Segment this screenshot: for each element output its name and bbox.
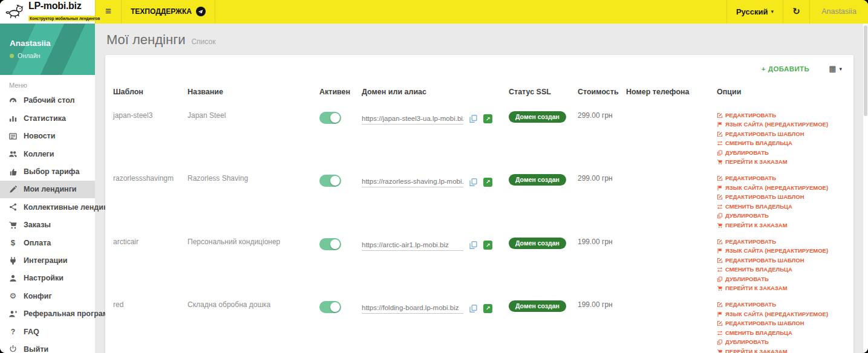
option-link[interactable]: РЕДАКТИРОВАТЬ	[717, 238, 840, 246]
copy-icon[interactable]	[469, 114, 478, 123]
sidebar-item-label: Заказы	[24, 221, 51, 229]
domain-input[interactable]	[362, 303, 463, 314]
option-link[interactable]: ДУБЛИРОВАТЬ	[717, 212, 840, 220]
sidebar-item[interactable]: FAQ	[0, 323, 95, 340]
option-link[interactable]: ЯЗЫК САЙТА (НЕРЕДАКТИРУЕМОЕ)	[717, 247, 840, 255]
sidebar-item[interactable]: Выбор тарифа	[0, 163, 95, 180]
option-link[interactable]: РЕДАКТИРОВАТЬ	[717, 111, 840, 120]
ssl-status-badge: Домен создан	[509, 174, 566, 186]
column-header-ssl: Статус SSL	[509, 88, 578, 96]
sidebar-item[interactable]: Выйти	[0, 340, 95, 353]
option-link-label: ДУБЛИРОВАТЬ	[725, 149, 769, 157]
option-link[interactable]: СМЕНИТЬ ВЛАДЕЛЬЦА	[717, 265, 840, 274]
user-plus-icon	[8, 309, 18, 319]
sidebar-item[interactable]: Оплата	[0, 234, 95, 251]
scrollbar-thumb[interactable]	[864, 25, 867, 116]
option-link[interactable]: ДУБЛИРОВАТЬ	[717, 338, 840, 346]
sidebar-item[interactable]: Заказы	[0, 216, 95, 234]
sidebar-item[interactable]: Настройки	[0, 270, 95, 287]
option-link[interactable]: РЕДАКТИРОВАТЬ ШАБЛОН	[717, 256, 840, 265]
add-button[interactable]: + ДОБАВИТЬ	[762, 65, 809, 73]
copy-icon[interactable]	[469, 178, 478, 187]
option-link[interactable]: СМЕНИТЬ ВЛАДЕЛЬЦА	[717, 329, 840, 337]
sidebar-item-label: Настройки	[24, 274, 64, 282]
external-link-icon[interactable]: ↗	[483, 114, 492, 123]
option-link[interactable]: ПЕРЕЙТИ К ЗАКАЗАМ	[717, 158, 840, 166]
sidebar-item[interactable]: Конфиг	[0, 287, 95, 305]
chevron-down-icon: ▾	[839, 66, 842, 72]
sidebar-item[interactable]: Новости	[0, 128, 95, 145]
external-link-icon[interactable]: ↗	[483, 304, 492, 313]
external-link-icon[interactable]: ↗	[483, 241, 492, 250]
option-link[interactable]: РЕДАКТИРОВАТЬ	[717, 174, 840, 183]
main-content: Мої лендінги Список + ДОБАВИТЬ ▦ ▾ Шабло…	[95, 24, 868, 353]
gears-icon	[8, 291, 18, 300]
logo[interactable]: LP-mobi.biz Конструктор мобильных лендин…	[0, 0, 95, 24]
page-subtitle: Список	[191, 37, 215, 46]
option-link[interactable]: ПЕРЕЙТИ К ЗАКАЗАМ	[717, 221, 840, 230]
options-cell: РЕДАКТИРОВАТЬ ЯЗЫК САЙТА (НЕРЕДАКТИРУЕМО…	[717, 238, 846, 293]
sidebar: Anastasiia Онлайн Меню Рабочий стол	[0, 24, 95, 353]
option-link[interactable]: СМЕНИТЬ ВЛАДЕЛЬЦА	[717, 139, 840, 147]
domain-cell: ↗	[362, 176, 509, 187]
copy-icon[interactable]	[469, 241, 478, 250]
sidebar-item[interactable]: Рабочий стол	[0, 92, 95, 109]
exchange-arrows-icon	[717, 204, 723, 210]
sidebar-item[interactable]: Реферальная программа	[0, 305, 95, 322]
edit-icon	[717, 239, 723, 245]
sidebar-item[interactable]: Мои лендинги	[0, 181, 95, 198]
column-header-active: Активен	[319, 88, 362, 96]
domain-input[interactable]	[362, 240, 463, 251]
option-link[interactable]: ДУБЛИРОВАТЬ	[717, 149, 840, 157]
domain-input[interactable]	[362, 114, 463, 125]
chevron-down-icon: ▾	[771, 8, 774, 15]
active-toggle[interactable]	[319, 175, 341, 187]
user-menu[interactable]: Anastasiia	[810, 0, 868, 24]
option-link-label: РЕДАКТИРОВАТЬ ШАБЛОН	[725, 256, 804, 265]
price-cell: 299.00 грн	[578, 111, 626, 120]
copy-icon	[717, 213, 723, 219]
sidebar-menu: Рабочий стол Статистика Новости	[0, 92, 95, 353]
option-link[interactable]: ДУБЛИРОВАТЬ	[717, 275, 840, 283]
sidebar-item[interactable]: Коллеги	[0, 145, 95, 163]
sidebar-item-label: Интеграции	[24, 256, 67, 265]
sidebar-item[interactable]: Интеграции	[0, 251, 95, 269]
hamburger-menu-icon[interactable]: ≡	[95, 0, 122, 24]
option-link[interactable]: ЯЗЫК САЙТА (НЕРЕДАКТИРУЕМОЕ)	[717, 184, 840, 192]
support-button[interactable]: ТЕХПОДДЕРЖКА	[122, 0, 215, 24]
copy-icon	[717, 339, 723, 345]
option-link[interactable]: ПЕРЕЙТИ К ЗАКАЗАМ	[717, 284, 840, 293]
column-header-template: Шаблон	[113, 88, 188, 96]
language-dropdown[interactable]: Русский ▾	[726, 0, 783, 24]
copy-icon[interactable]	[469, 304, 478, 313]
option-link-label: РЕДАКТИРОВАТЬ ШАБЛОН	[725, 130, 804, 138]
table-row: japan-steel3 Japan Steel ↗ Домен создан …	[113, 103, 846, 167]
option-link[interactable]: РЕДАКТИРОВАТЬ ШАБЛОН	[717, 319, 840, 328]
landings-card: + ДОБАВИТЬ ▦ ▾ Шаблон Название Активен Д…	[105, 55, 853, 353]
option-link[interactable]: ПЕРЕЙТИ К ЗАКАЗАМ	[717, 348, 840, 353]
option-link-label: РЕДАКТИРОВАТЬ	[725, 300, 776, 309]
option-link[interactable]: ЯЗЫК САЙТА (НЕРЕДАКТИРУЕМОЕ)	[717, 310, 840, 319]
ssl-status-badge: Домен создан	[509, 111, 566, 123]
active-toggle[interactable]	[319, 238, 341, 250]
option-link[interactable]: ЯЗЫК САЙТА (НЕРЕДАКТИРУЕМОЕ)	[717, 120, 840, 129]
option-link[interactable]: РЕДАКТИРОВАТЬ ШАБЛОН	[717, 130, 840, 138]
view-selector[interactable]: ▦ ▾	[829, 64, 842, 73]
domain-input[interactable]	[362, 176, 463, 187]
option-link[interactable]: РЕДАКТИРОВАТЬ	[717, 300, 840, 309]
external-link-icon[interactable]: ↗	[483, 178, 492, 187]
sidebar-item[interactable]: Статистика	[0, 109, 95, 127]
option-link-label: ДУБЛИРОВАТЬ	[725, 338, 769, 346]
active-toggle[interactable]	[319, 301, 341, 313]
refresh-button[interactable]: ↻	[783, 0, 810, 24]
active-toggle[interactable]	[319, 112, 341, 124]
pencil-icon	[8, 185, 18, 194]
option-link[interactable]: СМЕНИТЬ ВЛАДЕЛЬЦА	[717, 202, 840, 211]
option-link[interactable]: РЕДАКТИРОВАТЬ ШАБЛОН	[717, 193, 840, 201]
toggle-knob	[330, 239, 340, 249]
scrollbar[interactable]	[863, 24, 868, 353]
table-header-row: Шаблон Название Активен Домен или алиас …	[113, 83, 846, 103]
sidebar-item[interactable]: Коллективные лендинги	[0, 198, 95, 216]
name-cell: Japan Steel	[188, 111, 319, 120]
sidebar-user-status: Онлайн	[10, 52, 85, 59]
